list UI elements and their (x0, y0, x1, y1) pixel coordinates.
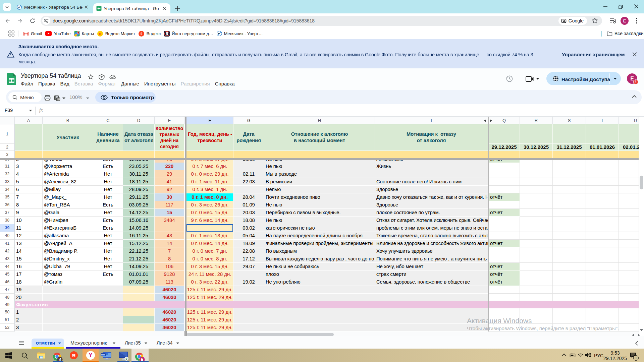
svg-text:x: x (125, 357, 127, 361)
